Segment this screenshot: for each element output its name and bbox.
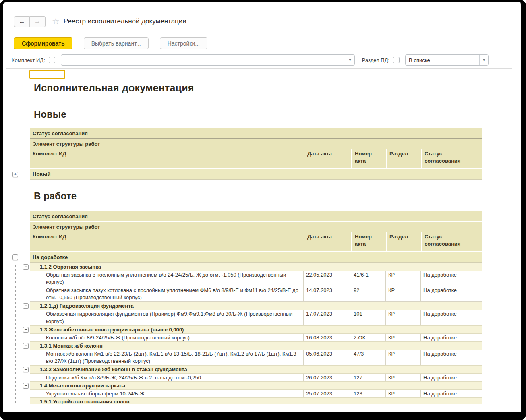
cell-section: КР: [386, 271, 421, 286]
cell-kit: Укрупнительная сборка ферм 10-24/Б-Ж: [30, 390, 304, 397]
settings-button[interactable]: Настройки...: [160, 37, 207, 49]
group-row-rework[interactable]: − На доработке: [30, 252, 482, 263]
group-row-new[interactable]: + Новый: [30, 169, 482, 180]
work-group-row[interactable]: − 1.3.1 Монтаж ж/б колонн: [30, 341, 482, 350]
collapse-icon[interactable]: −: [23, 264, 29, 270]
cell-num: 2-ОК: [351, 334, 386, 341]
group-title: 1.2.1.д) Гидроизоляция фундамента: [40, 303, 134, 309]
chevron-down-icon: ▼: [482, 58, 486, 62]
table-row[interactable]: Подливка ж/б Км в/о 8/9/Б-Ж; 24/25/Б-Ж в…: [30, 374, 482, 381]
group-title: 1.3.1 Монтаж ж/б колонн: [40, 343, 103, 349]
cell-kit: Обратная засыпка с послойным уплотнением…: [30, 271, 304, 286]
cell-num: 101: [351, 310, 386, 325]
report-area: Исполнительная документация Новые Статус…: [30, 82, 485, 404]
header-structure: Элемент структуры работ: [30, 139, 482, 149]
tree-line-outer: [15, 265, 16, 406]
cell-date: 16.08.2023: [304, 334, 351, 341]
back-arrow-icon: ←: [19, 18, 25, 25]
table-row[interactable]: Монтаж ж/б колонн Км1 в/о 22-23/Б (2шт),…: [30, 350, 482, 365]
col-date: Дата акта: [304, 232, 351, 251]
collapse-icon[interactable]: −: [23, 383, 29, 389]
cell-section: КР: [386, 310, 421, 325]
choose-variant-button[interactable]: Выбрать вариант...: [84, 37, 149, 49]
work-table: Статус согласования Элемент структуры ра…: [30, 211, 482, 404]
work-group-row[interactable]: − 1.3 Железобетонные конструкции каркаса…: [30, 325, 482, 334]
window-title: Реестр исполнительной документации: [64, 17, 186, 25]
generate-button[interactable]: Сформировать: [14, 37, 72, 49]
col-num: Номер акта: [351, 149, 386, 168]
cell-status: На доработке: [421, 334, 482, 341]
cell-status: На доработке: [421, 350, 482, 365]
chevron-down-icon: ▼: [348, 58, 352, 62]
cell-date: 05.06.2023: [304, 350, 351, 365]
favorite-star-icon[interactable]: ☆: [52, 17, 60, 26]
section-filter-combobox[interactable]: В списке ▼: [405, 54, 489, 66]
collapse-icon[interactable]: −: [23, 327, 29, 333]
cell-section: КР: [386, 334, 421, 341]
title-bar: ← → ☆ Реестр исполнительной документации: [14, 15, 521, 27]
collapse-icon[interactable]: −: [23, 367, 29, 372]
group-title: 1.3 Железобетонные конструкции каркаса (…: [40, 327, 184, 333]
cell-date: 17.07.2023: [304, 310, 351, 325]
cell-num: 92: [351, 286, 386, 302]
col-num: Номер акта: [351, 232, 386, 251]
cell-num: 127: [351, 374, 386, 381]
col-section: Раздел: [386, 232, 421, 251]
table-row[interactable]: Обратная засыпка пазух котлована с посло…: [30, 286, 482, 302]
new-table: Статус согласования Элемент структуры ра…: [30, 128, 482, 180]
cell-status: На доработке: [421, 374, 482, 381]
col-status: Статус согласования: [421, 232, 482, 251]
collapse-icon[interactable]: −: [12, 254, 18, 260]
col-section: Раздел: [386, 149, 421, 168]
section-filter-checkbox[interactable]: [393, 57, 400, 63]
cell-date: 14.07.2023: [304, 286, 351, 302]
cell-section: КР: [386, 286, 421, 302]
app-window: ← → ☆ Реестр исполнительной документации…: [3, 15, 521, 420]
col-kit: Комплект ИД: [30, 149, 304, 168]
toolbar-separator: [6, 68, 512, 69]
expand-icon[interactable]: +: [12, 172, 18, 177]
work-group-row[interactable]: − 1.5.1 Устройство основания полов: [30, 397, 482, 404]
section-heading-new: Новые: [34, 109, 485, 120]
column-header-row: Комплект ИД Дата акта Номер акта Раздел …: [30, 149, 482, 168]
header-structure: Элемент структуры работ: [30, 221, 482, 232]
report-title: Исполнительная документация: [34, 82, 485, 94]
col-date: Дата акта: [304, 149, 351, 168]
screenshot-frame: ← → ☆ Реестр исполнительной документации…: [0, 0, 526, 420]
chevron-down-icon-2[interactable]: ▼: [479, 55, 488, 65]
collapse-icon[interactable]: −: [23, 343, 29, 349]
cell-date: 22.05.2023: [304, 271, 351, 286]
work-group-row[interactable]: − 1.1.2 Обратная засыпка: [30, 263, 482, 271]
nav-buttons: ← →: [14, 16, 46, 27]
work-group-row[interactable]: − 1.4 Металлоконструкции каркаса: [30, 381, 482, 390]
table-row[interactable]: Укрупнительная сборка ферм 10-24/Б-Ж 25.…: [30, 390, 482, 397]
cell-kit: Колонны ж/б в/о 8/9-24/25/Б-Ж (Производс…: [30, 334, 304, 341]
table-row[interactable]: Обмазочная гидроизоляция фундаментов (Пр…: [30, 310, 482, 325]
table-row[interactable]: Обратная засыпка с послойным уплотнением…: [30, 271, 482, 286]
cell-section: КР: [386, 350, 421, 365]
table-row[interactable]: Колонны ж/б в/о 8/9-24/25/Б-Ж (Производс…: [30, 334, 482, 341]
kit-filter-combobox[interactable]: ▼: [61, 54, 355, 66]
cell-num: 47/3: [351, 350, 386, 365]
kit-dropdown-button[interactable]: ▼: [346, 55, 354, 65]
group-title: 1.1.2 Обратная засыпка: [40, 264, 101, 270]
tree-line-inner: [26, 270, 26, 401]
header-status: Статус согласования: [30, 211, 482, 221]
work-group-row[interactable]: − 1.3.2 Замоноличивание ж/б колонн в ста…: [30, 365, 482, 374]
group-title: 1.4 Металлоконструкции каркаса: [40, 383, 125, 389]
work-group-row[interactable]: − 1.2.1.д) Гидроизоляция фундамента: [30, 302, 482, 310]
cell-date: 25.07.2023: [304, 390, 351, 397]
selected-cell-marker[interactable]: [29, 70, 65, 79]
cell-status: На доработке: [421, 286, 482, 302]
back-button[interactable]: ←: [14, 16, 30, 27]
kit-filter-checkbox[interactable]: [49, 57, 55, 63]
cell-num: 123: [351, 390, 386, 397]
group-title: 1.5.1 Устройство основания полов: [40, 399, 130, 404]
collapse-icon[interactable]: −: [23, 303, 29, 309]
cell-date: 26.07.2023: [304, 374, 351, 381]
filter-bar: Комплект ИД: ▼ Раздел ПД: В списке ▼: [12, 54, 521, 66]
cell-section: КР: [386, 374, 421, 381]
forward-button[interactable]: →: [30, 16, 46, 27]
section-heading-work: В работе: [34, 190, 485, 202]
cell-kit: Подливка ж/б Км в/о 8/9/Б-Ж; 24/25/Б-Ж в…: [30, 374, 304, 381]
